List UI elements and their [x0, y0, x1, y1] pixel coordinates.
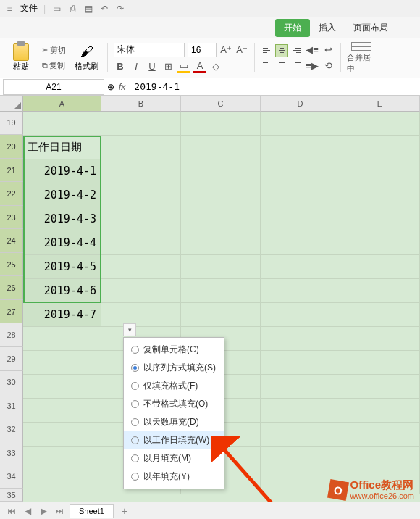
align-top-center[interactable] [275, 44, 288, 57]
cell[interactable] [101, 303, 181, 327]
align-bottom-right[interactable] [290, 59, 303, 72]
cell[interactable] [101, 183, 181, 207]
cell[interactable] [261, 279, 340, 303]
align-bottom-left[interactable] [261, 59, 274, 72]
cell[interactable] [261, 159, 340, 183]
cell[interactable]: 2019-4-2 [23, 183, 101, 207]
cell[interactable]: 2019-4-5 [23, 255, 101, 279]
select-all-corner[interactable] [0, 96, 23, 112]
cell[interactable] [340, 279, 420, 303]
row-header[interactable]: 27 [0, 300, 23, 324]
cell[interactable] [261, 447, 340, 470]
first-sheet-button[interactable]: ⏮ [6, 505, 17, 517]
cell[interactable] [261, 303, 340, 327]
last-sheet-button[interactable]: ⏭ [54, 505, 65, 517]
format-painter-button[interactable]: 🖌 格式刷 [72, 44, 101, 72]
menu-item-fill-series[interactable]: 以序列方式填充(S) [124, 359, 224, 377]
preview-icon[interactable]: ▤ [83, 4, 93, 14]
clear-format-button[interactable]: ◇ [209, 60, 222, 73]
menu-item-fill-without-format[interactable]: 不带格式填充(O) [124, 395, 224, 413]
cell[interactable] [340, 183, 420, 207]
indent-decrease-button[interactable]: ◀≡ [306, 43, 319, 57]
border-button[interactable]: ⊞ [161, 60, 175, 73]
print-icon[interactable]: ⎙ [67, 4, 77, 14]
cell[interactable] [101, 112, 181, 136]
cell[interactable] [340, 447, 420, 470]
row-header[interactable]: 32 [0, 418, 23, 442]
fill-color-button[interactable]: ▭ [177, 60, 190, 73]
menu-item-fill-format-only[interactable]: 仅填充格式(F) [124, 377, 224, 395]
cell[interactable] [181, 207, 261, 231]
paste-button[interactable]: 粘贴 [9, 42, 33, 74]
menu-item-fill-months[interactable]: 以月填充(M) [124, 449, 224, 468]
cell[interactable] [261, 327, 340, 351]
row-header[interactable]: 26 [0, 276, 23, 300]
cell[interactable] [23, 447, 101, 470]
cell[interactable] [340, 303, 420, 327]
autofill-options-button[interactable]: ▾ [123, 323, 136, 336]
sheet-tab[interactable]: Sheet1 [70, 504, 114, 518]
copy-button[interactable]: ⧉复制 [39, 59, 69, 72]
cell[interactable] [261, 136, 340, 159]
font-size-select[interactable] [188, 43, 217, 57]
cell[interactable] [340, 159, 420, 183]
cell[interactable] [23, 327, 101, 351]
cell[interactable] [101, 255, 181, 279]
cell[interactable] [101, 231, 181, 255]
cell[interactable] [261, 112, 340, 136]
row-header[interactable]: 21 [0, 159, 23, 183]
orientation-button[interactable]: ⟲ [322, 59, 335, 72]
decrease-font-icon[interactable]: A⁻ [235, 43, 248, 57]
column-header[interactable]: E [340, 96, 420, 112]
align-top-right[interactable] [290, 44, 303, 57]
cell[interactable]: 2019-4-7 [23, 303, 101, 327]
underline-button[interactable]: U [146, 60, 159, 73]
menu-item-fill-weekdays[interactable]: 以工作日填充(W) [124, 431, 224, 449]
cell[interactable] [181, 183, 261, 207]
app-menu-icon[interactable]: ≡ [4, 4, 14, 14]
row-header[interactable]: 23 [0, 206, 23, 230]
bold-button[interactable]: B [114, 60, 127, 73]
cut-button[interactable]: ✂剪切 [39, 43, 69, 57]
cell[interactable]: 2019-4-4 [23, 231, 101, 255]
row-header[interactable]: 31 [0, 394, 23, 418]
cell[interactable] [181, 255, 261, 279]
menu-item-copy-cells[interactable]: 复制单元格(C) [124, 341, 224, 359]
row-header[interactable]: 34 [0, 465, 23, 489]
cell[interactable] [340, 207, 420, 231]
file-menu[interactable]: 文件 [20, 2, 38, 14]
fx-icon[interactable]: fx [119, 82, 125, 92]
cell[interactable] [340, 136, 420, 159]
cell[interactable] [23, 399, 101, 423]
cell[interactable] [340, 351, 420, 375]
formula-bar[interactable]: 2019-4-1 [130, 81, 420, 92]
cell[interactable] [181, 303, 261, 327]
cell[interactable]: 2019-4-1 [23, 159, 101, 183]
font-color-button[interactable]: A [193, 60, 206, 73]
cell[interactable]: 工作日日期 [23, 136, 101, 159]
cell[interactable] [101, 279, 181, 303]
cell[interactable] [101, 207, 181, 231]
cell[interactable]: 2019-4-6 [23, 279, 101, 303]
align-top-left[interactable] [261, 44, 274, 57]
cell[interactable]: 2019-4-3 [23, 207, 101, 231]
font-name-select[interactable] [114, 43, 185, 57]
cell[interactable] [261, 255, 340, 279]
undo-icon[interactable]: ↶ [99, 4, 109, 14]
cell[interactable] [340, 375, 420, 399]
name-box[interactable] [3, 79, 104, 95]
add-sheet-button[interactable]: + [118, 505, 131, 518]
cell[interactable] [181, 231, 261, 255]
menu-item-fill-years[interactable]: 以年填充(Y) [124, 468, 224, 486]
italic-button[interactable]: I [130, 60, 143, 73]
cell[interactable] [23, 112, 101, 136]
row-header[interactable]: 30 [0, 371, 23, 395]
cell[interactable] [101, 136, 181, 159]
cell[interactable] [23, 351, 101, 375]
cell[interactable] [23, 470, 101, 494]
wrap-text-button[interactable]: ↩ [322, 43, 335, 57]
column-header[interactable]: B [101, 96, 181, 112]
cell[interactable] [101, 159, 181, 183]
cell[interactable] [261, 351, 340, 375]
cell[interactable] [23, 375, 101, 399]
